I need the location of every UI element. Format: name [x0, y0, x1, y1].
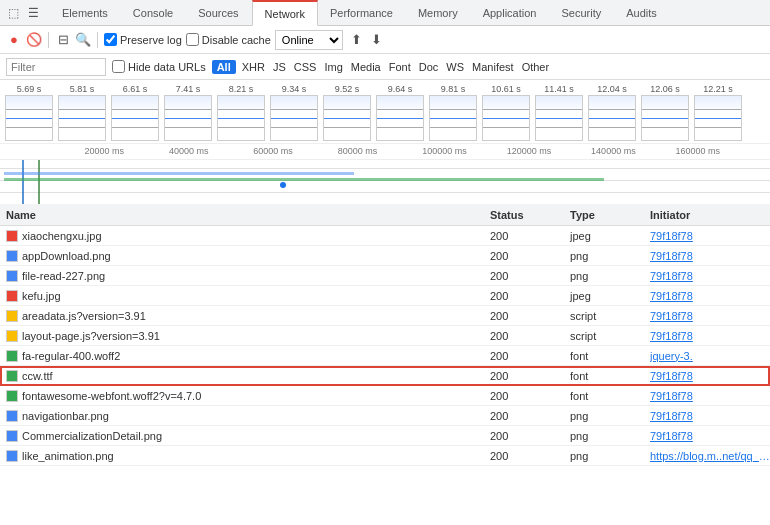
filter-xhr[interactable]: XHR [242, 61, 265, 73]
filter-ws[interactable]: WS [446, 61, 464, 73]
devtools-inspect-icon[interactable]: ⬚ [4, 4, 22, 22]
hide-data-urls-checkbox[interactable]: Hide data URLs [112, 60, 206, 73]
hide-data-urls-input[interactable] [112, 60, 125, 73]
thumbnail-12[interactable]: 12.06 s [640, 84, 690, 143]
cell-initiator-3[interactable]: 79f18f78 [650, 290, 770, 302]
thumbnail-10[interactable]: 11.41 s [534, 84, 584, 143]
clear-icon[interactable]: 🚫 [26, 32, 42, 48]
table-row[interactable]: areadata.js?version=3.91 200 script 79f1… [0, 306, 770, 326]
download-icon[interactable]: ⬇ [369, 32, 385, 48]
filter-media[interactable]: Media [351, 61, 381, 73]
preserve-log-input[interactable] [104, 33, 117, 46]
filter-css[interactable]: CSS [294, 61, 317, 73]
thumbnail-6[interactable]: 9.52 s [322, 84, 372, 143]
devtools-device-icon[interactable]: ☰ [24, 4, 42, 22]
table-row[interactable]: appDownload.png 200 png 79f18f78 [0, 246, 770, 266]
filter-doc[interactable]: Doc [419, 61, 439, 73]
filter-font[interactable]: Font [389, 61, 411, 73]
cell-type-1: png [570, 250, 650, 262]
cell-initiator-0[interactable]: 79f18f78 [650, 230, 770, 242]
thumbnail-13[interactable]: 12.21 s [693, 84, 743, 143]
cell-type-9: png [570, 410, 650, 422]
cell-initiator-1[interactable]: 79f18f78 [650, 250, 770, 262]
table-row[interactable]: ccw.ttf 200 font 79f18f78 [0, 366, 770, 386]
tab-memory[interactable]: Memory [406, 0, 471, 26]
table-row[interactable]: fontawesome-webfont.woff2?v=4.7.0 200 fo… [0, 386, 770, 406]
filter-input[interactable] [11, 61, 91, 73]
cell-status-7: 200 [490, 370, 570, 382]
thumbnail-9[interactable]: 10.61 s [481, 84, 531, 143]
record-icon[interactable]: ● [6, 32, 22, 48]
timeline-tick-1: 40000 ms [169, 146, 209, 156]
cell-initiator-7[interactable]: 79f18f78 [650, 370, 770, 382]
separator-2 [97, 32, 98, 48]
filter-other[interactable]: Other [522, 61, 550, 73]
timeline-bars-area [0, 160, 770, 204]
cell-status-3: 200 [490, 290, 570, 302]
filter-manifest[interactable]: Manifest [472, 61, 514, 73]
cell-initiator-4[interactable]: 79f18f78 [650, 310, 770, 322]
cell-initiator-11[interactable]: https://blog.m..net/qq_42... [650, 450, 770, 462]
disable-cache-input[interactable] [186, 33, 199, 46]
cell-name-6: fa-regular-400.woff2 [0, 350, 490, 362]
cell-type-4: script [570, 310, 650, 322]
timeline-tick-2: 60000 ms [253, 146, 293, 156]
filter-icon[interactable]: ⊟ [55, 32, 71, 48]
upload-icon[interactable]: ⬆ [349, 32, 365, 48]
header-name[interactable]: Name [0, 209, 490, 221]
tab-elements[interactable]: Elements [50, 0, 121, 26]
preserve-log-checkbox[interactable]: Preserve log [104, 33, 182, 46]
upload-download-group: ⬆ ⬇ [349, 32, 385, 48]
cell-type-10: png [570, 430, 650, 442]
cell-initiator-6[interactable]: jquery-3. [650, 350, 770, 362]
thumbnail-7[interactable]: 9.64 s [375, 84, 425, 143]
tab-application[interactable]: Application [471, 0, 550, 26]
table-row[interactable]: xiaochengxu.jpg 200 jpeg 79f18f78 [0, 226, 770, 246]
file-type-icon [6, 450, 18, 462]
file-type-icon [6, 290, 18, 302]
thumbnail-5[interactable]: 9.34 s [269, 84, 319, 143]
disable-cache-checkbox[interactable]: Disable cache [186, 33, 271, 46]
table-row[interactable]: fa-regular-400.woff2 200 font jquery-3. [0, 346, 770, 366]
thumbnail-11[interactable]: 12.04 s [587, 84, 637, 143]
cell-initiator-5[interactable]: 79f18f78 [650, 330, 770, 342]
header-type[interactable]: Type [570, 209, 650, 221]
table-row[interactable]: layout-page.js?version=3.91 200 script 7… [0, 326, 770, 346]
thumbnail-0[interactable]: 5.69 s [4, 84, 54, 143]
table-row[interactable]: kefu.jpg 200 jpeg 79f18f78 [0, 286, 770, 306]
cell-initiator-9[interactable]: 79f18f78 [650, 410, 770, 422]
thumbnail-4[interactable]: 8.21 s [216, 84, 266, 143]
header-status[interactable]: Status [490, 209, 570, 221]
table-row[interactable]: file-read-227.png 200 png 79f18f78 [0, 266, 770, 286]
cell-initiator-10[interactable]: 79f18f78 [650, 430, 770, 442]
table-row[interactable]: navigationbar.png 200 png 79f18f78 [0, 406, 770, 426]
search-icon[interactable]: 🔍 [75, 32, 91, 48]
cell-initiator-8[interactable]: 79f18f78 [650, 390, 770, 402]
header-initiator[interactable]: Initiator [650, 209, 770, 221]
thumbnail-1[interactable]: 5.81 s [57, 84, 107, 143]
tab-console[interactable]: Console [121, 0, 186, 26]
tab-network[interactable]: Network [252, 0, 318, 26]
cell-type-2: png [570, 270, 650, 282]
thumbnail-2[interactable]: 6.61 s [110, 84, 160, 143]
tab-security[interactable]: Security [549, 0, 614, 26]
cell-status-2: 200 [490, 270, 570, 282]
filter-img[interactable]: Img [324, 61, 342, 73]
cell-type-6: font [570, 350, 650, 362]
filter-js[interactable]: JS [273, 61, 286, 73]
filter-all-button[interactable]: All [212, 60, 236, 74]
filter-input-wrap [6, 58, 106, 76]
tab-performance[interactable]: Performance [318, 0, 406, 26]
table-row[interactable]: like_animation.png 200 png https://blog.… [0, 446, 770, 466]
cell-status-0: 200 [490, 230, 570, 242]
file-type-icon [6, 410, 18, 422]
table-row[interactable]: CommercializationDetail.png 200 png 79f1… [0, 426, 770, 446]
thumbnail-3[interactable]: 7.41 s [163, 84, 213, 143]
tab-sources[interactable]: Sources [186, 0, 251, 26]
cell-name-11: like_animation.png [0, 450, 490, 462]
timeline-thumbnails: 5.69 s 5.81 s 6.61 s [0, 80, 770, 144]
tab-audits[interactable]: Audits [614, 0, 670, 26]
thumbnail-8[interactable]: 9.81 s [428, 84, 478, 143]
cell-initiator-2[interactable]: 79f18f78 [650, 270, 770, 282]
throttle-select[interactable]: Online Fast 3G Slow 3G Offline [275, 30, 343, 50]
